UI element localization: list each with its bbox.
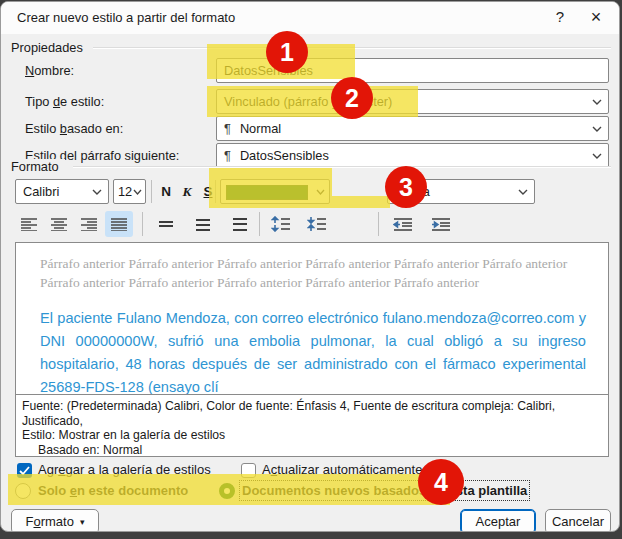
style-type-label-text: e estilo:: [60, 94, 104, 109]
font-color-swatch: [226, 185, 308, 200]
propiedades-groupline: [93, 47, 611, 48]
style-description-line1: Fuente: (Predeterminada) Calibri, Color …: [22, 399, 602, 428]
pilcrow-icon: ¶: [224, 148, 231, 163]
screen-background: Crear nuevo estilo a partir del formato …: [0, 0, 622, 539]
divider: [215, 180, 216, 203]
add-to-gallery-checkbox[interactable]: [17, 463, 32, 478]
auto-update-label-text: tualizar automáticamente: [277, 462, 422, 477]
cancelar-button[interactable]: Cancelar: [545, 509, 611, 532]
based-on-label-key: b: [60, 121, 67, 136]
based-on-label: Estilo basado en:: [25, 121, 123, 136]
align-left-button[interactable]: [15, 211, 43, 237]
chevron-down-icon: [316, 189, 325, 195]
increase-paragraph-spacing-button[interactable]: [265, 211, 297, 237]
divider: [151, 180, 152, 203]
following-paragraph-value-text: DatosSensibles: [240, 148, 329, 163]
line-spacing-onehalf-button[interactable]: [188, 211, 218, 237]
auto-update-label-pre: A: [262, 462, 271, 477]
only-this-document-label-pre: Solo: [38, 483, 70, 498]
align-right-button[interactable]: [75, 211, 103, 237]
new-documents-template-radio[interactable]: [219, 483, 235, 499]
add-to-gallery-label-pre: Agr: [38, 462, 58, 477]
divider: [259, 212, 260, 236]
based-on-label-text: asado en:: [67, 121, 123, 136]
style-preview: Párrafo anterior Párrafo anterior Párraf…: [15, 242, 609, 395]
based-on-value-text: Normal: [240, 121, 281, 136]
pilcrow-icon: ¶: [224, 121, 231, 136]
style-description-line3: Basado en: Normal: [22, 443, 602, 458]
font-size-select[interactable]: 12: [113, 179, 146, 204]
title-bar[interactable]: Crear nuevo estilo a partir del formato …: [1, 2, 619, 34]
decrease-paragraph-spacing-button[interactable]: [301, 211, 333, 237]
formato-groupline: [73, 166, 611, 167]
only-this-document-label[interactable]: Solo en este documento: [38, 483, 188, 498]
decrease-indent-button[interactable]: [387, 211, 419, 237]
create-style-dialog: Crear nuevo estilo a partir del formato …: [0, 1, 620, 532]
formato-group-label: Formato: [11, 159, 65, 174]
annotation-badge-1: 1: [266, 31, 308, 73]
only-this-document-radio[interactable]: [15, 483, 31, 499]
chevron-down-icon: [592, 99, 602, 105]
dialog-title: Crear nuevo estilo a partir del formato: [17, 10, 235, 25]
align-justify-button[interactable]: [105, 211, 133, 237]
nombre-label-key: N: [25, 63, 34, 78]
auto-update-checkbox[interactable]: [241, 463, 256, 478]
chevron-down-icon: [592, 153, 602, 159]
style-description: Fuente: (Predeterminada) Calibri, Color …: [15, 394, 609, 457]
only-this-document-label-text: n este documento: [77, 483, 188, 498]
italic-button[interactable]: K: [178, 184, 196, 200]
font-size-value: 12: [118, 184, 132, 199]
formato-menu-label-key: o: [33, 514, 40, 529]
chevron-down-icon: [592, 126, 602, 132]
line-spacing-single-button[interactable]: [151, 211, 181, 237]
aceptar-button[interactable]: Aceptar: [460, 509, 536, 532]
formato-menu-label-text: rmato: [41, 514, 74, 529]
only-this-document-label-key: e: [70, 483, 77, 498]
formato-menu-button[interactable]: Formato ▾: [11, 509, 99, 532]
chevron-down-icon: [133, 189, 142, 195]
preview-previous-paragraph: Párrafo anterior Párrafo anterior Párraf…: [40, 254, 586, 292]
increase-indent-button[interactable]: [425, 211, 457, 237]
divider: [142, 212, 143, 236]
annotation-badge-4: 4: [418, 459, 464, 505]
formato-menu-label: Formato: [26, 514, 74, 529]
chevron-down-icon: [518, 189, 528, 195]
font-name-value: Calibri: [23, 184, 59, 199]
new-documents-template-label[interactable]: Documentos nuevos basados en esta planti…: [242, 483, 527, 498]
style-type-label-pre: Tipo: [25, 94, 53, 109]
line-spacing-double-button[interactable]: [225, 211, 255, 237]
nombre-label-text: ombre:: [34, 63, 74, 78]
add-to-gallery-label-text: gar a la galería de estilos: [65, 462, 210, 477]
bold-button[interactable]: N: [157, 184, 175, 199]
divider: [378, 212, 379, 236]
help-button[interactable]: ?: [549, 8, 571, 28]
add-to-gallery-label[interactable]: Agregar a la galería de estilos: [38, 462, 211, 477]
following-paragraph-value: ¶DatosSensibles: [224, 148, 329, 163]
based-on-value: ¶Normal: [224, 121, 281, 136]
style-type-select[interactable]: Vinculado (párrafo y carácter): [216, 89, 609, 114]
align-center-button[interactable]: [45, 211, 73, 237]
based-on-select[interactable]: ¶Normal: [216, 116, 609, 141]
based-on-label-pre: Estilo: [25, 121, 60, 136]
following-paragraph-select[interactable]: ¶DatosSensibles: [216, 143, 609, 168]
chevron-down-icon: [92, 189, 102, 195]
nombre-label: Nombre:: [25, 63, 74, 78]
annotation-badge-3: 3: [385, 166, 427, 208]
style-description-line2: Estilo: Mostrar en la galería de estilos: [22, 428, 602, 443]
dropdown-caret-icon: ▾: [80, 517, 85, 527]
propiedades-group-label: Propiedades: [11, 40, 89, 55]
preview-sample-paragraph: El paciente Fulano Mendoza, con correo e…: [40, 307, 586, 395]
font-color-select[interactable]: [220, 179, 330, 204]
close-button[interactable]: ×: [585, 8, 607, 28]
style-type-label: Tipo de estilo:: [25, 94, 104, 109]
font-name-select[interactable]: Calibri: [15, 179, 109, 204]
annotation-badge-2: 2: [331, 77, 373, 119]
auto-update-label[interactable]: Actualizar automáticamente: [262, 462, 422, 477]
